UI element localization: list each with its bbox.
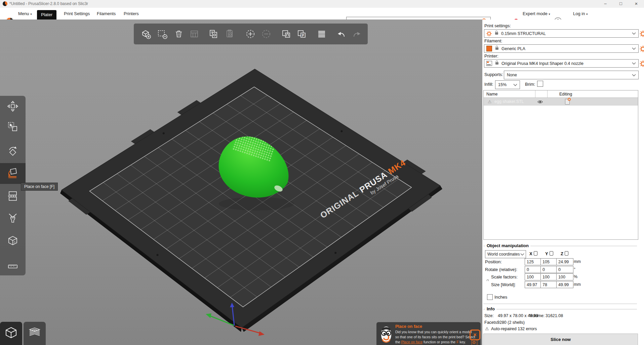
arrange-button (189, 28, 200, 40)
variable-layer-height-button[interactable] (316, 28, 327, 40)
notification-line2: so that one of its faces sits on the pri… (395, 335, 475, 339)
chevron-down-icon (520, 253, 524, 256)
visibility-eye-icon[interactable] (537, 100, 543, 104)
position-y-field[interactable] (540, 258, 558, 265)
size-x-field[interactable] (525, 281, 542, 288)
printer-preset-icon (486, 61, 492, 66)
object-list: Name Editing ⚠ egg shaker.STL (483, 90, 638, 240)
menu-button[interactable]: Menu ▾ (18, 8, 32, 20)
rotate-label: Rotate (relative): (485, 267, 517, 272)
remove-instance-button (260, 28, 272, 40)
rotate-tool-button[interactable] (0, 141, 26, 160)
split-to-objects-button[interactable] (281, 28, 292, 40)
object-manipulation-title: Object manipulation (485, 243, 530, 248)
notification-title: Place on face (395, 324, 422, 329)
scale-x-field[interactable] (525, 273, 542, 280)
warning-icon: ⚠ (485, 326, 489, 331)
add-object-button[interactable] (140, 28, 152, 40)
measure-tool-button[interactable] (0, 254, 26, 273)
scale-tool-button[interactable] (0, 117, 26, 137)
object-row-egg-shaker[interactable]: ⚠ egg shaker.STL (484, 98, 638, 106)
info-volume-value: 31621.08 (546, 313, 563, 318)
scale-z-field[interactable] (556, 273, 573, 280)
column-header-name[interactable]: Name (486, 92, 497, 97)
supports-combo[interactable]: None (504, 71, 639, 79)
info-size-label: Size: (484, 313, 494, 318)
tooltip: Place on face [F] (21, 183, 58, 191)
notification-line3-post: key. (459, 340, 466, 344)
paint-on-supports-tool-button[interactable] (0, 209, 26, 228)
filament-combo[interactable]: Generic PLA (484, 44, 639, 53)
notification-line3-mid: function or press the (422, 340, 456, 344)
mode-selector[interactable]: Expert mode ▾ (523, 8, 550, 20)
lock-icon (495, 47, 498, 50)
info-facets-label: Facets: (484, 320, 498, 325)
rotate-x-field[interactable] (525, 266, 542, 273)
info-facets-value: 9280 (2 shells) (497, 320, 525, 325)
section-divider (483, 309, 637, 309)
printer-combo[interactable]: Original Prusa MK4 Input Shaper 0.4 nozz… (484, 59, 639, 68)
tab-printers[interactable]: Printers (124, 8, 139, 20)
size-z-field[interactable] (556, 281, 573, 288)
filament-gear-button[interactable] (640, 45, 644, 53)
chevron-down-icon (632, 47, 636, 50)
split-to-parts-button[interactable]: P (296, 28, 308, 40)
scale-unit: % (574, 274, 577, 279)
scale-y-field[interactable] (540, 273, 558, 280)
editing-icon[interactable] (565, 99, 570, 105)
size-y-field[interactable] (540, 281, 558, 288)
chevron-down-icon: ▾ (586, 12, 588, 16)
tab-filaments[interactable]: Filaments (97, 8, 116, 20)
print-settings-combo[interactable]: 0.15mm STRUCTURAL (484, 29, 639, 38)
tab-plater[interactable]: Plater (37, 10, 56, 20)
column-header-editing[interactable]: Editing (559, 92, 572, 97)
tab-print-settings[interactable]: Print Settings (64, 8, 90, 20)
coordinate-system-value: World coordinates (487, 252, 520, 257)
seam-painting-tool-button[interactable] (0, 231, 26, 251)
lock-icon (495, 32, 498, 35)
print-settings-gear-button[interactable] (640, 30, 644, 38)
coordinate-system-combo[interactable]: World coordinates (485, 250, 526, 258)
info-title: Info (485, 306, 496, 311)
add-instance-button[interactable] (245, 28, 256, 40)
undo-button[interactable] (335, 28, 347, 40)
printer-gear-button[interactable] (640, 60, 644, 68)
rotate-z-field[interactable] (556, 266, 573, 273)
notification-line3-pre: the (395, 340, 401, 344)
inches-checkbox[interactable] (487, 294, 493, 300)
rotate-y-field[interactable] (540, 266, 558, 273)
notification-line3: the Place on face function or press the … (395, 340, 466, 344)
chevron-down-icon (632, 62, 636, 65)
rotate-unit: ° (574, 267, 575, 272)
infill-label: Infill: (484, 82, 493, 87)
move-tool-button[interactable] (0, 97, 26, 116)
editor-view-button[interactable] (0, 322, 22, 345)
chevron-down-icon (632, 74, 636, 76)
notification-line1: Did you know that you can quickly orient… (395, 330, 472, 334)
login-button[interactable]: Log in ▾ (573, 8, 588, 20)
brim-checkbox[interactable] (537, 81, 543, 87)
notification-close-icon[interactable]: × (470, 330, 480, 340)
mode-label: Expert mode (523, 11, 548, 16)
delete-all-button[interactable] (173, 28, 185, 40)
preview-view-button[interactable] (24, 322, 46, 345)
delete-button[interactable] (157, 28, 168, 40)
top-toolbar: C P (134, 24, 368, 44)
position-z-field[interactable] (556, 258, 573, 265)
lock-icon (495, 62, 498, 65)
maximize-button[interactable]: □ (613, 0, 629, 8)
paste-button (224, 28, 236, 40)
place-on-face-tool-button[interactable] (0, 163, 26, 184)
infill-combo[interactable]: 15% (495, 80, 520, 89)
copy-button[interactable]: C (208, 28, 219, 40)
size-label: Size [World]: (491, 282, 516, 287)
scene-3d-viewport[interactable]: ORIGINALPRUSAMK4 by Josef Prusa (0, 20, 482, 345)
scale-label: Scale factors: (491, 274, 518, 279)
minimize-button[interactable]: – (598, 0, 613, 8)
notification-settings-icon[interactable] (472, 340, 477, 345)
close-button[interactable]: × (629, 0, 644, 8)
info-volume-label: Volume: (529, 313, 545, 318)
position-x-field[interactable] (525, 258, 542, 265)
slice-now-button[interactable]: Slice now (483, 334, 638, 345)
place-on-face-link[interactable]: Place on face (401, 340, 423, 344)
